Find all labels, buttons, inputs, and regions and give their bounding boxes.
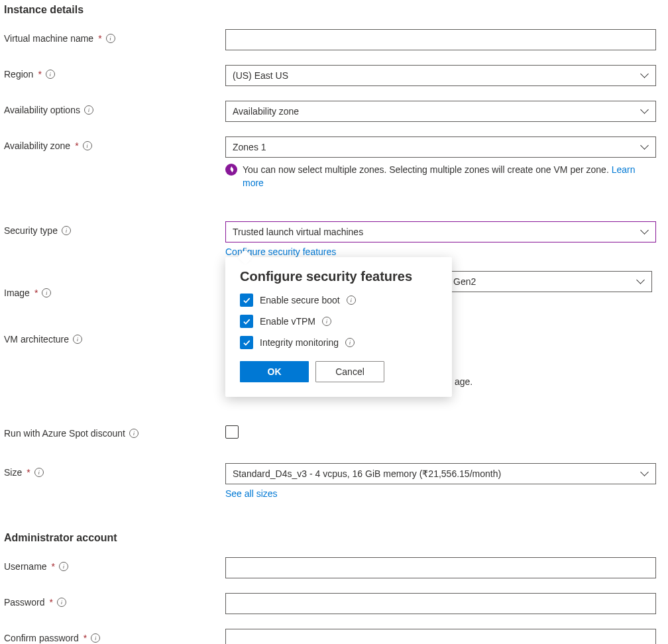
region-label: Region bbox=[4, 69, 33, 80]
region-value: (US) East US bbox=[233, 70, 288, 81]
required-indicator: * bbox=[49, 597, 52, 608]
secure-boot-checkbox[interactable] bbox=[240, 294, 253, 307]
availability-options-select[interactable]: Availability zone bbox=[225, 101, 656, 122]
chevron-down-icon bbox=[637, 278, 645, 286]
chevron-down-icon bbox=[641, 470, 649, 478]
availability-zone-value: Zones 1 bbox=[233, 142, 266, 152]
info-icon[interactable] bbox=[106, 34, 115, 43]
info-icon[interactable] bbox=[62, 226, 71, 235]
availability-zone-helper: You can now select multiple zones. Selec… bbox=[243, 163, 656, 189]
size-label: Size bbox=[4, 467, 22, 478]
password-label: Password bbox=[4, 597, 44, 608]
ok-button[interactable]: OK bbox=[240, 361, 309, 382]
availability-options-label: Availability options bbox=[4, 105, 80, 115]
vm-name-input[interactable] bbox=[225, 29, 656, 50]
spot-discount-label: Run with Azure Spot discount bbox=[4, 428, 125, 439]
size-select[interactable]: Standard_D4s_v3 - 4 vcpus, 16 GiB memory… bbox=[225, 463, 656, 484]
info-icon[interactable] bbox=[347, 295, 356, 305]
info-icon[interactable] bbox=[129, 429, 139, 438]
vtpm-label: Enable vTPM bbox=[260, 316, 315, 327]
image-label: Image bbox=[4, 288, 30, 298]
security-type-label: Security type bbox=[4, 225, 58, 236]
availability-options-value: Availability zone bbox=[233, 106, 299, 117]
integrity-monitoring-checkbox[interactable] bbox=[240, 336, 253, 349]
vm-arch-message-peek: age. bbox=[455, 376, 473, 387]
vtpm-checkbox[interactable] bbox=[240, 315, 253, 328]
required-indicator: * bbox=[84, 633, 87, 643]
info-icon[interactable] bbox=[57, 598, 66, 607]
spot-discount-checkbox[interactable] bbox=[225, 425, 239, 439]
chevron-down-icon bbox=[641, 143, 649, 151]
confirm-password-input[interactable] bbox=[225, 629, 656, 644]
info-icon[interactable] bbox=[34, 468, 44, 477]
availability-zone-select[interactable]: Zones 1 bbox=[225, 136, 656, 158]
section-instance-details: Instance details bbox=[4, 4, 664, 16]
info-icon[interactable] bbox=[345, 338, 355, 347]
chevron-down-icon bbox=[641, 107, 649, 115]
required-indicator: * bbox=[27, 467, 30, 478]
required-indicator: * bbox=[38, 69, 41, 80]
info-icon[interactable] bbox=[46, 70, 55, 79]
required-indicator: * bbox=[34, 288, 38, 298]
password-input[interactable] bbox=[225, 593, 656, 614]
security-type-value: Trusted launch virtual machines bbox=[233, 227, 363, 237]
info-icon[interactable] bbox=[91, 633, 100, 643]
image-select-peek[interactable]: Gen2 bbox=[451, 271, 652, 292]
info-icon[interactable] bbox=[42, 288, 51, 297]
configure-security-link[interactable]: Configure security features bbox=[225, 246, 656, 257]
required-indicator: * bbox=[52, 561, 55, 572]
section-admin-account: Administrator account bbox=[4, 532, 664, 544]
vm-name-label: Virtual machine name bbox=[4, 33, 93, 44]
availability-zone-label: Availability zone bbox=[4, 140, 70, 151]
info-icon[interactable] bbox=[73, 335, 82, 344]
required-indicator: * bbox=[98, 33, 101, 44]
required-indicator: * bbox=[75, 140, 78, 151]
see-sizes-link[interactable]: See all sizes bbox=[225, 488, 656, 499]
chevron-down-icon bbox=[641, 228, 649, 236]
security-features-popup: Configure security features Enable secur… bbox=[225, 257, 452, 397]
username-input[interactable] bbox=[225, 557, 656, 578]
vm-architecture-label: VM architecture bbox=[4, 334, 69, 345]
confirm-password-label: Confirm password bbox=[4, 633, 79, 643]
chevron-down-icon bbox=[641, 72, 649, 80]
region-select[interactable]: (US) East US bbox=[225, 65, 656, 86]
info-icon[interactable] bbox=[322, 317, 331, 326]
security-type-select[interactable]: Trusted launch virtual machines bbox=[225, 221, 656, 242]
info-icon[interactable] bbox=[59, 562, 68, 571]
username-label: Username bbox=[4, 561, 47, 572]
info-icon[interactable] bbox=[84, 105, 93, 115]
cancel-button[interactable]: Cancel bbox=[315, 361, 384, 382]
info-icon[interactable] bbox=[83, 141, 92, 150]
size-value: Standard_D4s_v3 - 4 vcpus, 16 GiB memory… bbox=[233, 468, 501, 479]
secure-boot-label: Enable secure boot bbox=[260, 295, 340, 305]
integrity-monitoring-label: Integrity monitoring bbox=[260, 337, 339, 348]
rocket-icon bbox=[225, 164, 237, 176]
popup-title: Configure security features bbox=[240, 269, 437, 284]
